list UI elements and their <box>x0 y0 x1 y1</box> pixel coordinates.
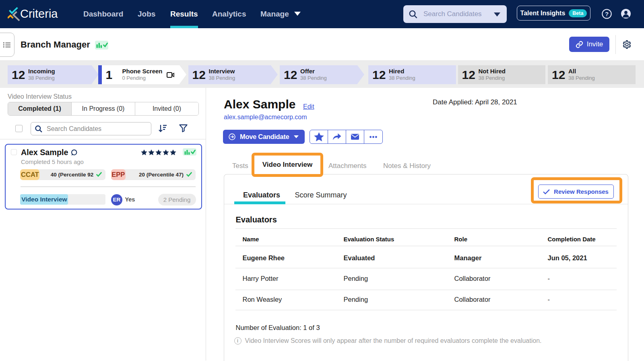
svg-text:?: ? <box>605 10 609 17</box>
